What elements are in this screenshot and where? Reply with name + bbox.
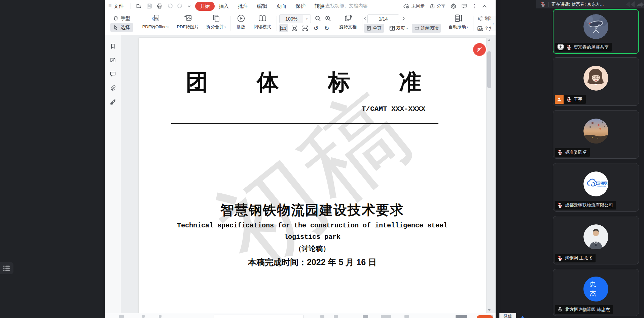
participant-name: 贺宗春的屏幕共享: [574, 44, 609, 50]
image-panel-icon[interactable]: [110, 57, 116, 63]
svg-text:a: a: [478, 27, 480, 31]
rotate-cw-icon: ↻: [324, 25, 329, 32]
status-bar-fragment: [456, 315, 467, 318]
participant-tile[interactable]: 云钢联 YUNGANGLIAN 成都云钢联物流有限公司: [553, 163, 639, 212]
dropdown-caret: ▾: [167, 26, 169, 29]
pdf-to-office-button[interactable]: W PDF转Office▾: [139, 14, 172, 30]
toc-float-button[interactable]: [0, 262, 13, 274]
play-button[interactable]: 播放: [233, 14, 249, 30]
status-bar-field-fragment: [214, 315, 303, 318]
participant-tile[interactable]: 淘钢网 王龙飞: [553, 216, 639, 264]
businessman-avatar-image: [583, 224, 608, 249]
next-page-button[interactable]: [401, 14, 406, 23]
select-tool-button[interactable]: 选择: [110, 23, 133, 32]
tab-edit[interactable]: 编辑: [257, 3, 267, 9]
standard-code: T/CAMT XXX-XXXX: [362, 105, 425, 113]
completion-date: 本稿完成时间：2022 年 5 月 16 日: [139, 257, 486, 268]
rotate-document-icon: [344, 14, 353, 23]
zoom-out-button[interactable]: [314, 14, 322, 23]
status-bar-fragment: [142, 315, 145, 318]
participant-name-bar: 贺宗春的屏幕共享: [555, 43, 612, 52]
avatar: [583, 14, 608, 39]
search-box[interactable]: 查找功能、文档内容: [318, 0, 368, 12]
vertical-scrollbar[interactable]: [487, 36, 492, 313]
screen: ≡ 文件 开始 插入 批注 编辑 页面 保护 转换: [0, 0, 644, 318]
wps-pdf-window: ≡ 文件 开始 插入 批注 编辑 页面 保护 转换: [105, 0, 496, 318]
tab-page[interactable]: 页面: [276, 3, 286, 9]
settings-gear-icon[interactable]: [451, 3, 456, 9]
pdf-to-image-icon: [183, 14, 192, 23]
ribbon-expand-handle[interactable]: ›: [491, 16, 496, 31]
more-menu-icon[interactable]: ⋮: [472, 3, 477, 9]
page-indicator-input[interactable]: 1/14: [367, 14, 399, 23]
fit-page-button[interactable]: [290, 24, 299, 32]
scroll-down-arrow[interactable]: [488, 309, 491, 311]
read-mode-button[interactable]: 阅读模式: [250, 14, 275, 30]
participant-name-bar: 成都云钢联物流有限公司: [555, 201, 616, 210]
prev-page-button[interactable]: [363, 14, 367, 23]
collapse-ribbon-icon[interactable]: [482, 5, 487, 8]
zoom-in-button[interactable]: [324, 14, 332, 23]
auto-scroll-button[interactable]: 自动滚动▾: [445, 14, 471, 30]
redo-icon[interactable]: [177, 3, 183, 9]
hand-tool-button[interactable]: 手型: [110, 14, 133, 23]
participant-tile-list: 贺宗春的屏幕共享: [553, 9, 640, 318]
tab-protect[interactable]: 保护: [295, 3, 306, 9]
share-button[interactable]: 分享: [430, 3, 445, 9]
chat-bubble-icon[interactable]: [461, 3, 467, 9]
meeting-background-left: [0, 0, 105, 318]
undo-icon[interactable]: [167, 3, 173, 9]
tab-home[interactable]: 开始: [195, 0, 215, 12]
tab-comment[interactable]: 批注: [238, 3, 248, 9]
participant-tile[interactable]: 贺宗春的屏幕共享: [553, 9, 639, 54]
document-viewport[interactable]: 初稿 团体标准 T/CAMT XXX-XXXX 智慧钢铁物流园建设技术要求 Te…: [121, 35, 496, 313]
save-icon[interactable]: [146, 3, 152, 9]
sync-status-label: 未同步: [412, 3, 425, 9]
split-merge-button[interactable]: 拆分合并▾: [203, 14, 229, 30]
single-page-label: 单页: [373, 25, 382, 31]
attachment-icon[interactable]: [110, 85, 116, 91]
open-file-icon[interactable]: [136, 3, 142, 9]
wps-assistant-badge[interactable]: E: [473, 43, 486, 56]
continuous-read-button[interactable]: 连续阅读: [412, 24, 441, 33]
mic-muted-icon: [540, 2, 546, 7]
tab-bar: ≡ 文件 开始 插入 批注 编辑 页面 保护 转换: [105, 0, 496, 12]
rotate-document-button[interactable]: 旋转文档: [336, 14, 360, 30]
participant-tile[interactable]: 王宇: [553, 57, 639, 106]
participant-name: 成都云钢联物流有限公司: [565, 202, 613, 208]
avatar: 云钢联 YUNGANGLIAN: [583, 171, 608, 196]
sync-status[interactable]: 未同步: [403, 3, 425, 9]
single-page-button[interactable]: 单页: [364, 24, 384, 33]
rotate-right-button[interactable]: ↻: [322, 24, 331, 32]
bookmark-icon[interactable]: [110, 43, 116, 50]
screen-share-icon: [558, 44, 564, 50]
participant-tile[interactable]: 标准委陈卓: [553, 110, 639, 159]
word-translate-icon: a: [477, 16, 483, 21]
file-menu[interactable]: ≡ 文件: [108, 0, 124, 12]
scroll-up-arrow[interactable]: [488, 39, 491, 41]
pdf-to-image-button[interactable]: PDF转图片: [173, 14, 203, 30]
participant-name: 淘钢网 王龙飞: [565, 255, 593, 261]
rotate-left-button[interactable]: ↺: [312, 24, 320, 32]
fit-width-button[interactable]: [301, 24, 310, 32]
chevron-down-icon[interactable]: [187, 4, 191, 8]
comment-panel-icon[interactable]: [110, 71, 116, 77]
scrollbar-thumb[interactable]: [487, 51, 491, 88]
double-page-icon: [389, 26, 395, 31]
double-page-button[interactable]: 双页 ▾: [387, 24, 410, 33]
participant-tile[interactable]: 忠杰 北方恒达物流园 韩忠杰: [553, 269, 639, 316]
print-icon[interactable]: [156, 3, 163, 9]
actual-size-button[interactable]: 1:1: [279, 24, 288, 32]
status-bar-fragment: [320, 315, 324, 318]
wechat-tooltip-label: 微信: [504, 313, 512, 318]
hand-tool-label: 手型: [121, 15, 130, 22]
zoom-level-value: 100%: [280, 15, 303, 23]
signature-pen-icon[interactable]: [110, 98, 116, 105]
window-controls-collapsed-icon[interactable]: [623, 1, 644, 8]
zoom-level-select[interactable]: 100% ▾: [279, 14, 311, 23]
home-tab-pill: 开始: [195, 2, 215, 11]
cursor-artifact: [521, 316, 524, 318]
tab-insert[interactable]: 插入: [219, 3, 229, 9]
hamburger-icon: ≡: [108, 3, 112, 9]
side-icon-rail: [105, 35, 121, 313]
